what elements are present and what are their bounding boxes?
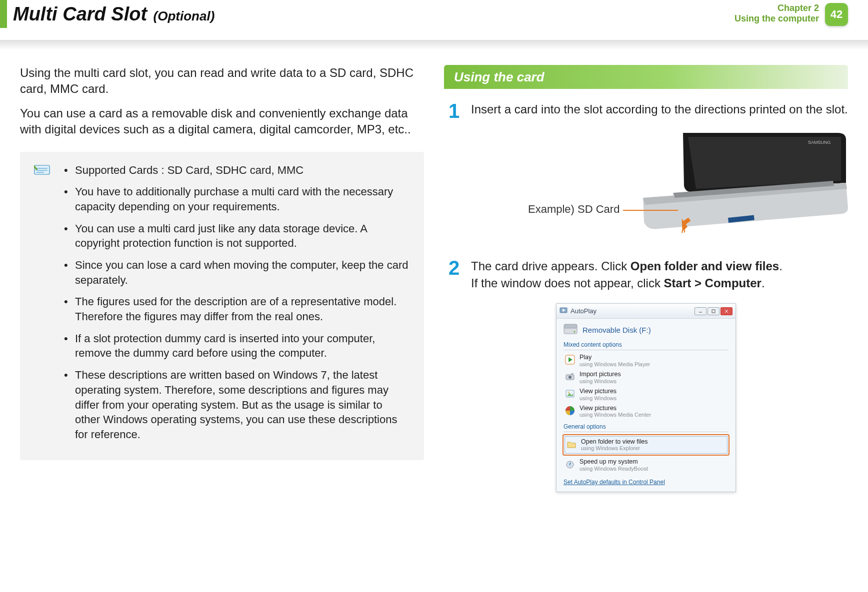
svg-point-16	[574, 331, 575, 333]
option-title: View pictures	[580, 405, 651, 412]
header-right: Chapter 2 Using the computer 42	[734, 0, 848, 26]
option-subtitle: using Windows	[580, 378, 621, 384]
autoplay-defaults-link[interactable]: Set AutoPlay defaults in Control Panel	[564, 479, 665, 486]
option-title: Import pictures	[580, 371, 621, 378]
step-body: Insert a card into the slot according to…	[471, 101, 848, 121]
laptop-figure: SAMSUNG Example) SD Card	[558, 133, 848, 248]
autoplay-group-general: General options	[564, 423, 728, 432]
option-title: View pictures	[580, 388, 616, 395]
page-header: Multi Card Slot (Optional) Chapter 2 Usi…	[0, 0, 868, 40]
note-item: These descriptions are written based on …	[64, 368, 410, 442]
page-title-optional: (Optional)	[154, 8, 215, 23]
step-1: 1 Insert a card into the slot according …	[444, 101, 848, 121]
maximize-button[interactable]	[708, 307, 720, 315]
readyboost-icon	[564, 459, 576, 470]
autoplay-option-open-folder[interactable]: Open folder to view files using Windows …	[564, 436, 728, 454]
option-subtitle: using Windows ReadyBoost	[580, 466, 648, 472]
chapter-block: Chapter 2 Using the computer	[734, 3, 819, 23]
page-number-badge: 42	[825, 3, 848, 26]
note-box: Supported Cards : SD Card, SDHC card, MM…	[20, 152, 424, 460]
autoplay-option-view-2[interactable]: View pictures using Windows Media Center	[564, 403, 728, 420]
text-bold: Start > Computer	[664, 276, 762, 290]
header-shadow	[0, 40, 868, 50]
autoplay-app-icon	[560, 306, 568, 316]
window-buttons	[694, 307, 732, 315]
option-subtitle: using Windows Media Center	[580, 412, 651, 418]
section-header: Using the card	[444, 65, 848, 89]
intro-paragraph-2: You can use a card as a removable disk a…	[20, 105, 424, 138]
option-title: Speed up my system	[580, 459, 648, 466]
right-column: Using the card 1 Insert a card into the …	[444, 65, 848, 492]
option-text: Open folder to view files using Windows …	[581, 439, 648, 452]
minimize-button[interactable]	[694, 307, 706, 315]
manual-page: Multi Card Slot (Optional) Chapter 2 Usi…	[0, 0, 868, 592]
text: .	[762, 276, 765, 290]
note-item: You have to additionally purchase a mult…	[64, 184, 410, 214]
option-title: Open folder to view files	[581, 439, 648, 446]
left-column: Using the multi card slot, you can read …	[20, 65, 424, 492]
note-item: You can use a multi card just like any d…	[64, 221, 410, 251]
svg-rect-15	[564, 324, 577, 328]
step-2-line-1: The card drive appears. Click Open folde…	[471, 258, 782, 275]
option-text: View pictures using Windows Media Center	[580, 405, 651, 418]
note-item: Supported Cards : SD Card, SDHC card, MM…	[64, 163, 410, 178]
autoplay-dialog: AutoPlay Removable Disk (F:) Mixed	[556, 303, 736, 492]
note-list: Supported Cards : SD Card, SDHC card, MM…	[64, 163, 410, 442]
intro-paragraph-1: Using the multi card slot, you can read …	[20, 65, 424, 97]
option-text: Import pictures using Windows	[580, 371, 621, 384]
svg-point-20	[568, 376, 572, 379]
autoplay-group-mixed: Mixed content options	[564, 341, 728, 350]
option-title: Play	[580, 354, 650, 361]
autoplay-highlight-box: Open folder to view files using Windows …	[562, 434, 730, 456]
step-number: 2	[444, 258, 464, 291]
option-subtitle: using Windows Explorer	[581, 445, 648, 451]
step-number: 1	[444, 101, 464, 121]
step-body: The card drive appears. Click Open folde…	[471, 258, 782, 291]
note-item: Since you can lose a card when moving th…	[64, 258, 410, 287]
autoplay-body: Removable Disk (F:) Mixed content option…	[556, 319, 736, 492]
autoplay-option-import[interactable]: Import pictures using Windows	[564, 369, 728, 386]
svg-point-24	[568, 391, 570, 393]
camera-icon	[564, 371, 576, 382]
note-item: If a slot protection dummy card is inser…	[64, 331, 410, 361]
note-item: The figures used for the description are…	[64, 294, 410, 324]
step-2: 2 The card drive appears. Click Open fol…	[444, 258, 848, 291]
close-button[interactable]	[720, 307, 732, 315]
text: If the window does not appear, click	[471, 276, 664, 290]
step-2-line-2: If the window does not appear, click Sta…	[471, 275, 782, 292]
autoplay-option-view-1[interactable]: View pictures using Windows	[564, 386, 728, 403]
wmp-play-icon	[564, 354, 576, 365]
page-title: Multi Card Slot	[13, 3, 147, 24]
option-text: Speed up my system using Windows ReadyBo…	[580, 459, 648, 472]
option-subtitle: using Windows	[580, 395, 616, 401]
picture-icon	[564, 388, 576, 399]
text-bold: Open folder and view files	[630, 259, 779, 273]
svg-text:SAMSUNG: SAMSUNG	[808, 140, 831, 145]
folder-icon	[566, 439, 577, 450]
figure-caption: Example) SD Card	[528, 203, 620, 216]
svg-rect-11	[712, 310, 715, 313]
page-body: Using the multi card slot, you can read …	[0, 50, 868, 492]
text: .	[779, 259, 782, 273]
autoplay-drive-row: Removable Disk (F:)	[564, 324, 728, 336]
text: The card drive appears. Click	[471, 259, 630, 273]
option-subtitle: using Windows Media Player	[580, 361, 650, 367]
option-text: Play using Windows Media Player	[580, 354, 650, 367]
autoplay-titlebar: AutoPlay	[556, 304, 736, 319]
removable-disk-icon	[564, 324, 578, 336]
chapter-subtitle: Using the computer	[734, 13, 819, 24]
callout-line	[623, 210, 678, 211]
chapter-label: Chapter 2	[734, 3, 819, 13]
media-center-icon	[564, 405, 576, 416]
autoplay-drive-label: Removable Disk (F:)	[582, 326, 651, 334]
option-text: View pictures using Windows	[580, 388, 616, 401]
svg-rect-21	[571, 373, 574, 375]
intro-block: Using the multi card slot, you can read …	[20, 65, 424, 138]
laptop-illustration: SAMSUNG	[638, 133, 848, 233]
header-left: Multi Card Slot (Optional)	[0, 0, 214, 28]
autoplay-option-play[interactable]: Play using Windows Media Player	[564, 352, 728, 369]
note-icon	[34, 164, 50, 176]
autoplay-title: AutoPlay	[570, 307, 692, 315]
autoplay-option-readyboost[interactable]: Speed up my system using Windows ReadyBo…	[564, 457, 728, 474]
header-accent-bar	[0, 0, 7, 28]
